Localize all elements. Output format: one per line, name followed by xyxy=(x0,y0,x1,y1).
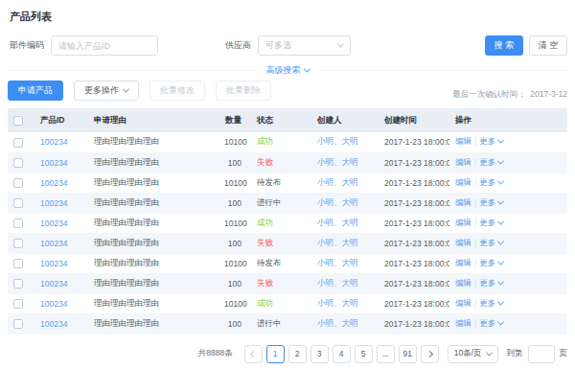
page-button[interactable]: 91 xyxy=(399,345,417,363)
advanced-search-label: 高级搜索 xyxy=(266,64,301,77)
creator-link[interactable]: 小明、大明 xyxy=(317,136,358,146)
more-link[interactable]: 更多 xyxy=(479,278,495,288)
checkbox-cell xyxy=(8,253,34,273)
product-id-link[interactable]: 100234 xyxy=(40,219,67,228)
status-cell: 成功 xyxy=(247,213,311,233)
next-page-button[interactable] xyxy=(421,345,439,363)
created-time-cell: 2017-1-23 18:00:00 xyxy=(379,193,449,213)
page-button[interactable]: 5 xyxy=(355,345,373,363)
quantity-cell: 1010000 xyxy=(218,253,247,273)
pagination: 共8888条 12345...91 10条/页 到第 页 xyxy=(8,345,567,363)
column-header-status: 状态 xyxy=(247,108,311,132)
product-id-link[interactable]: 100234 xyxy=(40,178,67,188)
row-checkbox[interactable] xyxy=(13,319,23,329)
advanced-search-link[interactable]: 高级搜索 xyxy=(266,64,310,77)
more-link[interactable]: 更多 xyxy=(479,157,495,167)
edit-link[interactable]: 编辑 xyxy=(455,157,472,167)
product-id-link[interactable]: 100234 xyxy=(40,198,67,208)
edit-link[interactable]: 编辑 xyxy=(455,177,472,187)
more-link[interactable]: 更多 xyxy=(479,238,495,247)
row-checkbox[interactable] xyxy=(13,138,23,148)
quantity-cell: 100 xyxy=(218,313,247,334)
creator-link[interactable]: 小明、大明 xyxy=(317,298,358,308)
select-all-checkbox[interactable] xyxy=(13,116,23,126)
part-code-input[interactable] xyxy=(51,35,158,56)
creator-link[interactable]: 小明、大明 xyxy=(317,258,358,267)
row-checkbox[interactable] xyxy=(13,158,23,168)
page-button[interactable]: 1 xyxy=(266,345,285,363)
product-id-link[interactable]: 100234 xyxy=(40,319,67,329)
quantity-cell: 100 xyxy=(218,193,247,213)
clear-button[interactable]: 清 空 xyxy=(529,35,567,56)
quantity-cell: 1010000 xyxy=(218,293,247,313)
row-checkbox[interactable] xyxy=(13,259,23,268)
column-header-product-id: 产品ID xyxy=(34,108,88,132)
creator-link[interactable]: 小明、大明 xyxy=(317,197,358,207)
edit-link[interactable]: 编辑 xyxy=(455,238,472,247)
status-cell: 失败 xyxy=(247,152,311,173)
product-id-link[interactable]: 100234 xyxy=(40,259,67,268)
more-actions-button[interactable]: 更多操作 xyxy=(74,81,139,101)
creator-cell: 小明、大明 xyxy=(311,152,379,173)
filter-actions: 搜 索 清 空 xyxy=(485,35,567,56)
created-time-cell: 2017-1-23 18:00:00 xyxy=(379,313,449,334)
product-id-link[interactable]: 100234 xyxy=(40,299,67,309)
page-button[interactable]: 2 xyxy=(288,345,307,363)
edit-link[interactable]: 编辑 xyxy=(455,197,472,207)
supplier-select[interactable]: 可多选 xyxy=(258,35,351,56)
more-link[interactable]: 更多 xyxy=(479,298,495,308)
more-link[interactable]: 更多 xyxy=(479,318,495,328)
product-id-link[interactable]: 100234 xyxy=(40,137,67,147)
creator-cell: 小明、大明 xyxy=(311,173,379,193)
chevron-right-icon xyxy=(426,350,433,357)
filter-form: 部件编码 供应商 可多选 搜 索 清 空 xyxy=(8,35,567,56)
last-confirm-label: 最后一次确认时间： xyxy=(452,89,526,99)
edit-link[interactable]: 编辑 xyxy=(455,218,472,227)
column-header-operations: 操作 xyxy=(449,108,567,132)
edit-link[interactable]: 编辑 xyxy=(455,258,472,267)
creator-link[interactable]: 小明、大明 xyxy=(317,238,358,247)
creator-link[interactable]: 小明、大明 xyxy=(317,157,358,167)
prev-page-button[interactable] xyxy=(244,345,263,363)
quantity-cell: 100 xyxy=(218,273,247,293)
row-checkbox[interactable] xyxy=(13,178,23,188)
status-cell: 失败 xyxy=(247,233,311,253)
product-id-link[interactable]: 100234 xyxy=(40,279,67,288)
chevron-down-icon xyxy=(497,298,504,305)
row-checkbox[interactable] xyxy=(13,299,23,309)
edit-link[interactable]: 编辑 xyxy=(455,318,472,328)
more-link[interactable]: 更多 xyxy=(479,177,495,187)
column-header-reason: 申请理由 xyxy=(88,108,218,132)
creator-link[interactable]: 小明、大明 xyxy=(317,177,358,187)
chevron-down-icon xyxy=(497,137,504,144)
more-link[interactable]: 更多 xyxy=(479,218,495,227)
more-link[interactable]: 更多 xyxy=(479,136,495,146)
row-checkbox[interactable] xyxy=(13,239,23,248)
creator-cell: 小明、大明 xyxy=(311,193,379,213)
page-button[interactable]: 4 xyxy=(333,345,351,363)
apply-product-button[interactable]: 申请产品 xyxy=(8,81,63,101)
creator-link[interactable]: 小明、大明 xyxy=(317,278,358,288)
table-body: 100234理由理由理由理由1010000成功小明、大明2017-1-23 18… xyxy=(8,132,567,334)
batch-edit-button[interactable]: 批量修改 xyxy=(150,81,205,101)
page-size-select[interactable]: 10条/页 xyxy=(448,345,498,363)
product-id-link[interactable]: 100234 xyxy=(40,158,67,168)
row-checkbox[interactable] xyxy=(13,219,23,228)
row-checkbox[interactable] xyxy=(13,279,23,288)
reason-cell: 理由理由理由理由 xyxy=(88,233,218,253)
total-count: 共8888条 xyxy=(198,348,233,359)
batch-delete-button[interactable]: 批量删除 xyxy=(216,81,271,101)
more-link[interactable]: 更多 xyxy=(479,258,495,267)
edit-link[interactable]: 编辑 xyxy=(455,136,472,146)
row-checkbox[interactable] xyxy=(13,198,23,208)
edit-link[interactable]: 编辑 xyxy=(455,278,472,288)
edit-link[interactable]: 编辑 xyxy=(455,298,472,308)
creator-link[interactable]: 小明、大明 xyxy=(317,218,358,227)
creator-link[interactable]: 小明、大明 xyxy=(317,318,358,328)
product-id-link[interactable]: 100234 xyxy=(40,239,67,248)
page-button[interactable]: 3 xyxy=(310,345,329,363)
search-button[interactable]: 搜 索 xyxy=(485,35,523,56)
more-link[interactable]: 更多 xyxy=(479,197,495,207)
status-cell: 待发布 xyxy=(247,173,311,193)
jump-page-input[interactable] xyxy=(528,345,555,363)
